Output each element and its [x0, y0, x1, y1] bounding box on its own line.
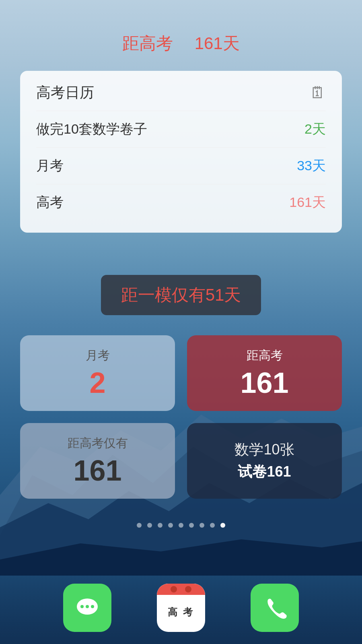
- alert-banner-text: 距一模仅有51天: [121, 285, 241, 304]
- calendar-icon: 🗓: [310, 84, 326, 102]
- dot-1[interactable]: [137, 523, 142, 528]
- dock-app-gaokao[interactable]: 高 考: [157, 584, 205, 632]
- dot-8[interactable]: [210, 523, 215, 528]
- card-row-monthly-value: 33天: [297, 157, 326, 175]
- widget-grid: 月考 2 距高考 161 距高考仅有 161 数学10张 试卷161: [20, 335, 342, 499]
- card-row-math: 做完10套数学卷子 2天: [36, 111, 326, 147]
- widget-monthly-value: 2: [89, 367, 105, 399]
- svg-point-5: [80, 605, 84, 608]
- dock-app-message[interactable]: [63, 584, 111, 632]
- gaokao-app-text-top: 高 考: [168, 606, 195, 619]
- dot-6[interactable]: [189, 523, 194, 528]
- widget-gaokao-value: 161: [240, 367, 288, 399]
- svg-point-7: [91, 605, 94, 608]
- card-title: 高考日历: [36, 83, 94, 103]
- card-row-monthly-label: 月考: [36, 157, 64, 175]
- card-row-gaokao-value: 161天: [289, 193, 326, 212]
- dot-7[interactable]: [200, 523, 204, 528]
- widget-math-line1: 数学10张: [234, 440, 294, 460]
- page-dots: [0, 523, 362, 528]
- widget-math-content: 数学10张 试卷161: [234, 440, 294, 482]
- dot-4[interactable]: [168, 523, 173, 528]
- card-row-monthly: 月考 33天: [36, 147, 326, 184]
- dot-5[interactable]: [179, 523, 183, 528]
- top-countdown-label: 距高考: [122, 34, 173, 53]
- card-row-gaokao-label: 高考: [36, 193, 64, 212]
- dot-3[interactable]: [158, 523, 162, 528]
- dock: 高 考: [0, 572, 362, 644]
- widget-monthly[interactable]: 月考 2: [20, 335, 175, 411]
- alert-banner[interactable]: 距一模仅有51天: [101, 275, 261, 315]
- widget-gaokao-only[interactable]: 距高考仅有 161: [20, 423, 175, 499]
- dock-app-phone[interactable]: [251, 584, 299, 632]
- info-card: 高考日历 🗓 做完10套数学卷子 2天 月考 33天 高考 161天: [20, 71, 342, 233]
- top-countdown-days: 161天: [195, 34, 240, 53]
- dot-9[interactable]: [220, 523, 225, 528]
- card-header: 高考日历 🗓: [36, 83, 326, 103]
- widget-math-line2: 试卷161: [234, 462, 294, 482]
- top-countdown: 距高考 161天: [0, 0, 362, 55]
- card-row-gaokao: 高考 161天: [36, 184, 326, 221]
- widget-monthly-label: 月考: [86, 347, 110, 364]
- widget-gaokao[interactable]: 距高考 161: [187, 335, 342, 411]
- widget-gaokao-label: 距高考: [247, 347, 283, 364]
- dot-2[interactable]: [147, 523, 152, 528]
- widget-gaokao-only-value: 161: [73, 455, 121, 487]
- widget-math[interactable]: 数学10张 试卷161: [187, 423, 342, 499]
- card-row-math-value: 2天: [304, 120, 326, 138]
- card-row-math-label: 做完10套数学卷子: [36, 120, 147, 138]
- svg-point-6: [86, 605, 89, 608]
- widget-gaokao-only-label: 距高考仅有: [68, 435, 128, 452]
